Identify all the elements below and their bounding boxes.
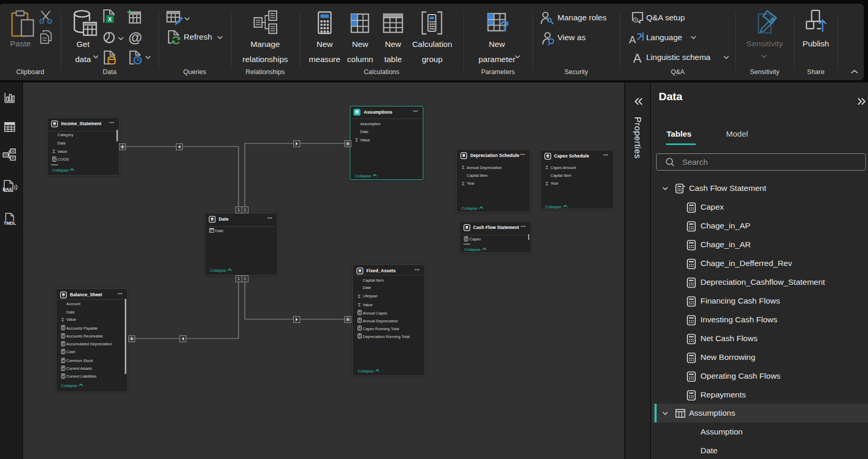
svg-text:A: A <box>633 51 641 65</box>
svg-text:X: X <box>108 16 112 22</box>
svg-text:TMDL: TMDL <box>4 221 16 226</box>
svg-text:?: ? <box>500 17 509 34</box>
svg-text:DAX: DAX <box>3 187 12 192</box>
svg-text:A: A <box>629 34 636 45</box>
